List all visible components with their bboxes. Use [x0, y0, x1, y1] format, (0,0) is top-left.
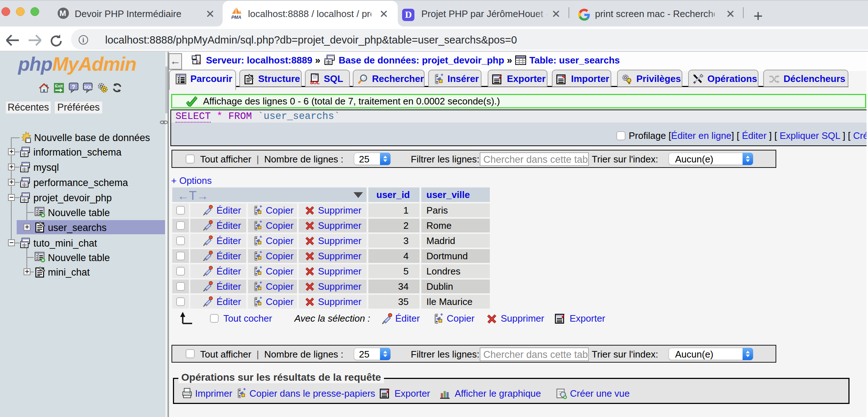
svg-text:PMA: PMA [231, 15, 241, 20]
